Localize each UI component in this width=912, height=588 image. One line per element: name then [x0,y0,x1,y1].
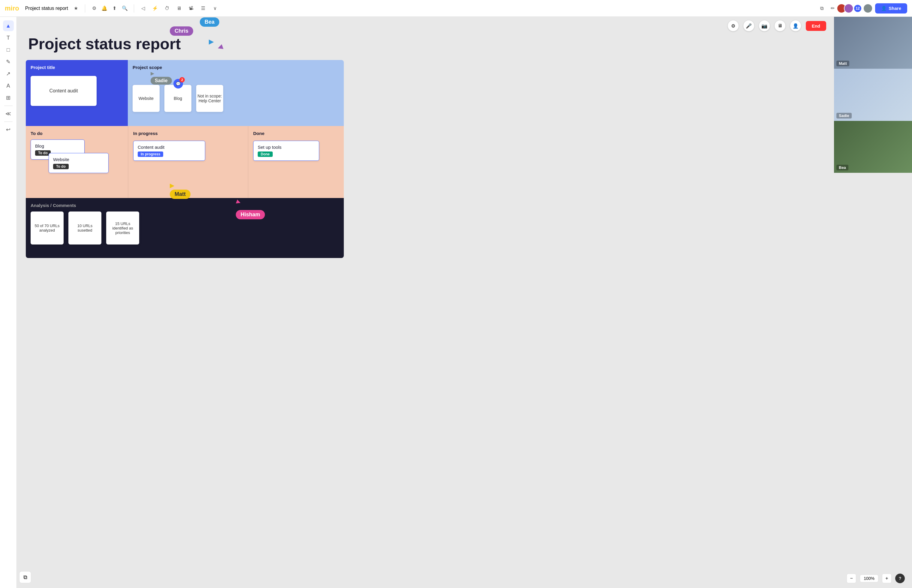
video-label-bea: Bea [836,165,848,170]
blog-card-wrapper: 💬 2 Blog [165,85,191,112]
topbar-tools: ⚙ 🔔 ⬆ 🔍 [90,4,129,13]
timer-icon[interactable]: ⏱ [163,4,171,13]
help-button[interactable]: ? [895,573,905,583]
text-tool-2[interactable]: A [3,81,14,91]
comment-bubble[interactable]: 💬 2 [173,79,183,89]
mic-icon[interactable]: 🎤 [743,20,754,31]
chris-nametag: Chris [170,26,193,36]
video-tile-matt: Matt [834,17,912,69]
avatar-2 [844,3,854,13]
todo-header: To do [31,131,123,136]
row-header: Project title Content audit Project scop… [26,60,344,126]
nav-left-icon[interactable]: ◁ [139,4,147,13]
more-icon[interactable]: ∨ [211,4,219,13]
topbar-title: Project status report [25,6,68,11]
analysis-card-1[interactable]: 50 of 70 URLs analyzed [31,212,64,244]
board-table: Project title Content audit Project scop… [26,60,344,258]
star-icon[interactable]: ★ [72,4,80,13]
board: Project status report Chris Bea ▶ ▶ Proj… [26,35,344,258]
mixer-icon[interactable]: ⚙ [728,20,739,31]
expand-tool[interactable]: ≪ [3,108,14,119]
zoom-in-button[interactable]: + [882,573,892,583]
sadie-nametag: Sadie [150,77,172,85]
done-header: Done [253,131,339,136]
cursor-chris: Chris [170,26,193,36]
matt-nametag: Matt [170,190,190,199]
text-tool[interactable]: T [3,32,14,43]
draw-tool[interactable]: ✎ [3,57,14,67]
end-button[interactable]: End [806,21,826,31]
share-label: Share [889,6,901,11]
filter-icon[interactable]: ⧉ [817,4,826,13]
not-in-scope-card[interactable]: Not in scope: Help Center [196,85,223,112]
select-tool[interactable]: ▲ [3,20,14,31]
website-scope-card[interactable]: Website [132,85,160,112]
sidebar-sep2 [4,121,13,122]
cell-done: Done Set up tools Done [248,126,344,198]
share-icon: 👤 [881,6,887,11]
analysis-cards: 50 of 70 URLs analyzed 10 URLs susetted … [31,212,339,244]
bottom-bar: − 100% + ? [839,569,912,588]
analysis-note-3: 15 URLs identified as priorities [108,221,137,235]
list-icon[interactable]: ☰ [199,4,207,13]
website-todo-card[interactable]: Website To do [48,153,108,173]
connector-tool[interactable]: ↗ [3,68,14,79]
topbar: miro Project status report ★ ⚙ 🔔 ⬆ 🔍 ◁ ⚡… [0,0,912,17]
bell-icon[interactable]: 🔔 [100,4,108,13]
project-scope-header: Project scope [132,65,339,70]
undo-tool[interactable]: ↩ [3,124,14,135]
upload-icon[interactable]: ⬆ [110,4,119,13]
settings-icon[interactable]: ⚙ [90,4,98,13]
video-tile-bea: Bea [834,121,912,173]
scope-cards: Website 💬 2 Blog [132,85,339,112]
content-audit-card[interactable]: Content audit [31,76,97,106]
search-icon[interactable]: 🔍 [121,4,129,13]
layers-button[interactable]: ⧉ [19,571,31,583]
content-audit-inprogress-label: Content audit [138,145,201,150]
analysis-card-3[interactable]: 15 URLs identified as priorities [106,212,139,244]
blog-scope-card[interactable]: Blog [165,85,191,112]
frame-tool[interactable]: ⊞ [3,92,14,103]
separator [85,4,85,13]
cell-analysis: Analysis / Comments 50 of 70 URLs analyz… [26,198,344,258]
content-audit-inprogress-card[interactable]: Content audit In progress [133,141,205,161]
sticky-note-tool[interactable]: □ [3,44,14,55]
website-todo-label: Website [53,157,104,162]
cell-project-title: Project title Content audit [26,60,128,126]
analysis-note-2: 10 URLs susetted [71,223,99,233]
share-button[interactable]: 👤 Share [875,3,907,13]
camera-icon[interactable]: 📷 [759,20,770,31]
screen-share-icon[interactable]: 🖥 [775,20,785,31]
bea-cursor-arrow: ▶ [209,38,214,45]
canvas[interactable]: Project status report Chris Bea ▶ ▶ Proj… [17,17,834,588]
website-todo-badge: To do [53,164,69,169]
cursor-matt: ▶ Matt [170,182,190,199]
cursor-sadie: ▶ Sadie [150,71,172,85]
avatar-main [863,3,873,13]
person-icon[interactable]: 👤 [790,20,801,31]
avatar-count: 12 [854,4,862,13]
present-icon[interactable]: 📽 [187,4,195,13]
project-title-header: Project title [31,65,123,70]
bea-nametag: Bea [200,18,219,27]
comment-count: 2 [179,77,185,82]
video-label-matt: Matt [836,61,849,66]
sep2 [134,4,134,13]
done-badge: Done [258,152,273,157]
video-label-sadie: Sadie [836,113,852,118]
analysis-card-2[interactable]: 10 URLs susetted [68,212,102,244]
avatar-group: 12 [839,3,873,13]
screen-icon[interactable]: 🖥 [175,4,183,13]
video-tile-sadie: Sadie [834,69,912,121]
video-panel: Matt Sadie Bea [834,17,912,173]
todo-cards: Blog To do Website To do [31,139,123,173]
zoom-level[interactable]: 100% [860,575,878,582]
meeting-controls: ⚙ 🎤 📷 🖥 👤 End [723,18,831,34]
analysis-note-1: 50 of 70 URLs analyzed [33,223,61,233]
zoom-out-button[interactable]: − [847,573,856,583]
pen-icon[interactable]: ✏ [828,4,837,13]
lightning-icon[interactable]: ⚡ [151,4,159,13]
set-up-tools-label: Set up tools [258,145,315,150]
left-sidebar: ▲ T □ ✎ ↗ A ⊞ ≪ ↩ [0,17,17,588]
set-up-tools-card[interactable]: Set up tools Done [253,141,319,161]
